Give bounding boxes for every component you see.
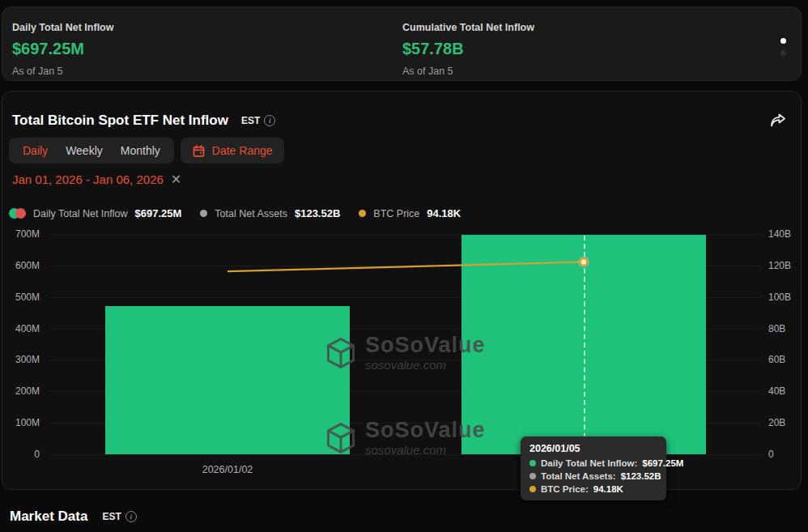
y-axis-right-tick: 140B (768, 228, 791, 240)
daily-net-inflow-value: $697.25M (12, 40, 113, 58)
y-axis-right-tick: 20B (768, 417, 785, 428)
tooltip-series-label: Total Net Assets: (541, 471, 616, 481)
y-axis-left-tick: 200M (2, 385, 40, 397)
y-axis-left-tick: 700M (2, 228, 40, 240)
timezone-label: EST (102, 511, 121, 522)
y-axis-right-tick: 100B (768, 292, 791, 303)
daily-net-inflow-asof: As of Jan 5 (12, 66, 113, 77)
tooltip-row: Total Net Assets:$123.52B (529, 471, 657, 481)
carousel-dot-active[interactable] (780, 38, 786, 44)
tooltip-series-dot (529, 460, 536, 466)
chart-tooltip: 2026/01/05 Daily Total Net Inflow:$697.2… (521, 436, 666, 500)
market-data-header: Market Data EST i (10, 509, 137, 525)
carousel-dot-inactive[interactable] (780, 50, 786, 56)
x-axis-label: 2026/01/02 (179, 464, 276, 475)
daily-net-inflow-stat: Daily Total Net Inflow $697.25M As of Ja… (12, 22, 113, 77)
y-axis-right-tick: 0 (768, 449, 774, 460)
y-axis-right-tick: 120B (768, 260, 791, 271)
btc-price-line (49, 234, 762, 454)
y-axis-left-tick: 100M (2, 417, 40, 428)
tooltip-series-value: $123.52B (621, 471, 661, 481)
info-icon[interactable]: i (125, 511, 137, 522)
tooltip-series-label: Daily Total Net Inflow: (541, 458, 637, 468)
cumulative-net-inflow-label: Cumulative Total Net Inflow (402, 22, 534, 33)
tooltip-series-dot (529, 486, 536, 492)
y-axis-left-tick: 300M (2, 354, 40, 365)
plot-area: 700M600M500M400M300M200M100M0 140B120B10… (2, 92, 802, 491)
tooltip-series-label: BTC Price: (541, 484, 589, 494)
plot-inner: SoSoValue sosovalue.com SoSoValue sosova… (49, 234, 762, 454)
tooltip-series-value: 94.18K (593, 484, 623, 494)
y-axis-left-tick: 0 (2, 449, 40, 460)
y-axis-right-tick: 40B (768, 385, 785, 397)
tooltip-date: 2026/01/05 (529, 443, 657, 454)
y-axis-right-tick: 60B (768, 354, 785, 365)
tooltip-row: Daily Total Net Inflow:$697.25M (529, 458, 657, 468)
y-axis-left-tick: 600M (2, 260, 40, 271)
tooltip-series-dot (529, 473, 536, 479)
cumulative-net-inflow-stat: Cumulative Total Net Inflow $57.78B As o… (402, 22, 534, 77)
y-axis-left-tick: 500M (2, 292, 40, 303)
tooltip-series-value: $697.25M (642, 458, 683, 468)
cumulative-net-inflow-value: $57.78B (402, 40, 534, 58)
tooltip-row: BTC Price:94.18K (529, 484, 657, 494)
y-axis-left-tick: 400M (2, 323, 40, 334)
market-data-title: Market Data (10, 509, 87, 525)
daily-net-inflow-label: Daily Total Net Inflow (12, 22, 113, 33)
etf-net-inflow-chart-card: Total Bitcoin Spot ETF Net Inflow EST i … (2, 91, 802, 490)
stats-card: Daily Total Net Inflow $697.25M As of Ja… (2, 6, 802, 81)
y-axis-right-tick: 80B (768, 323, 785, 334)
cumulative-net-inflow-asof: As of Jan 5 (402, 66, 534, 77)
carousel-dots (780, 38, 786, 56)
